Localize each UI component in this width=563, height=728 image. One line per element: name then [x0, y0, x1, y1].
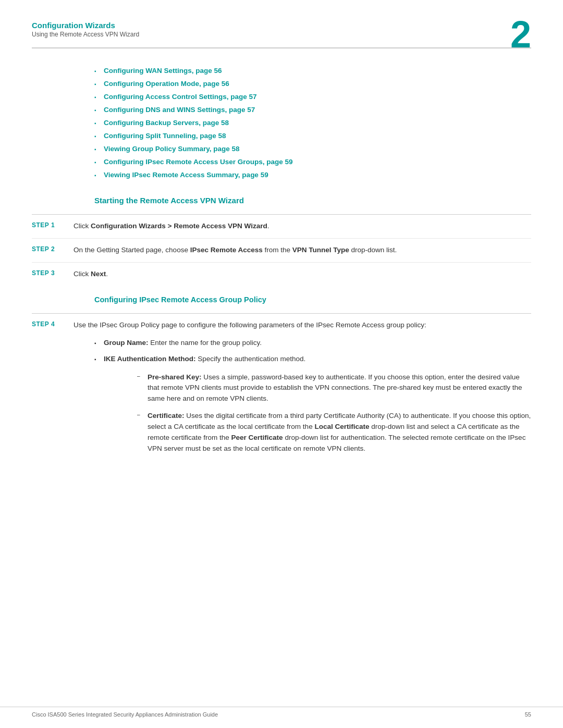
section2-heading: Configuring IPsec Remote Access Group Po… [94, 295, 531, 304]
list-item[interactable]: Viewing IPsec Remote Access Summary, pag… [94, 168, 531, 181]
step-1-row: STEP 1 Click Configuration Wizards > Rem… [32, 215, 531, 239]
list-item-link[interactable]: Configuring Split Tunneling, page 58 [104, 132, 226, 140]
certificate-item: Certificate: Uses the digital certificat… [135, 408, 531, 458]
footer: Cisco ISA500 Series Integrated Security … [0, 707, 563, 718]
step-2-row: STEP 2 On the Getting Started page, choo… [32, 239, 531, 263]
list-item[interactable]: Configuring WAN Settings, page 56 [94, 64, 531, 77]
step-1-label: STEP 1 [32, 221, 74, 229]
step-2-bold2: VPN Tunnel Type [292, 246, 349, 254]
steps-container: STEP 1 Click Configuration Wizards > Rem… [32, 215, 531, 286]
list-item-link[interactable]: Configuring Operation Mode, page 56 [104, 80, 229, 88]
page-container: Configuration Wizards Using the Remote A… [0, 0, 563, 728]
step-4-row: STEP 4 Use the IPsec Group Policy page t… [32, 314, 531, 466]
list-item[interactable]: Configuring IPsec Remote Access User Gro… [94, 155, 531, 168]
step-3-label: STEP 3 [32, 269, 74, 277]
list-item[interactable]: Configuring Split Tunneling, page 58 [94, 129, 531, 142]
header: Configuration Wizards Using the Remote A… [0, 0, 563, 38]
local-cert-label: Local Certificate [314, 423, 369, 430]
pre-shared-key-label: Pre-shared Key: [148, 373, 202, 381]
step-2-label: STEP 2 [32, 245, 74, 253]
section1-heading: Starting the Remote Access VPN Wizard [94, 196, 531, 205]
footer-page: 55 [525, 711, 531, 718]
step-4-sub-list: Group Name: Enter the name for the group… [94, 335, 531, 460]
list-item-link[interactable]: Viewing IPsec Remote Access Summary, pag… [104, 171, 268, 179]
list-item[interactable]: Configuring Access Control Settings, pag… [94, 90, 531, 103]
certificate-label: Certificate: [148, 412, 185, 419]
step-2-content: On the Getting Started page, choose IPse… [74, 245, 531, 256]
step-2-bold1: IPsec Remote Access [190, 246, 263, 254]
step-1-bold: Configuration Wizards > Remote Access VP… [91, 222, 267, 230]
step-4-sub-item-2: IKE Authentication Method: Specify the a… [94, 351, 531, 460]
list-item-link[interactable]: Configuring IPsec Remote Access User Gro… [104, 158, 293, 166]
step-4-intro: Use the IPsec Group Policy page to confi… [74, 321, 426, 329]
chapter-number: 2 [510, 16, 531, 53]
list-item-link[interactable]: Configuring Backup Servers, page 58 [104, 119, 229, 127]
list-item[interactable]: Configuring Operation Mode, page 56 [94, 77, 531, 90]
list-item-link[interactable]: Viewing Group Policy Summary, page 58 [104, 145, 240, 153]
content: Configuring WAN Settings, page 56 Config… [0, 48, 563, 466]
bullet-list: Configuring WAN Settings, page 56 Config… [94, 64, 531, 181]
list-item-link[interactable]: Configuring DNS and WINS Settings, page … [104, 106, 255, 114]
pre-shared-key-item: Pre-shared Key: Uses a simple, password-… [135, 369, 531, 408]
step-4-sub-item-1: Group Name: Enter the name for the group… [94, 335, 531, 351]
footer-text: Cisco ISA500 Series Integrated Security … [32, 711, 218, 718]
ike-auth-label: IKE Authentication Method: [104, 355, 195, 363]
header-title: Configuration Wizards [32, 21, 531, 30]
step-3-bold: Next [91, 270, 106, 278]
list-item-link[interactable]: Configuring Access Control Settings, pag… [104, 93, 257, 101]
step-3-row: STEP 3 Click Next. [32, 263, 531, 286]
list-item[interactable]: Configuring Backup Servers, page 58 [94, 116, 531, 129]
list-item[interactable]: Viewing Group Policy Summary, page 58 [94, 142, 531, 155]
header-subtitle: Using the Remote Access VPN Wizard [32, 31, 531, 38]
step-3-content: Click Next. [74, 269, 531, 280]
step-4-label: STEP 4 [32, 320, 74, 328]
step-4-content: Use the IPsec Group Policy page to confi… [74, 320, 531, 460]
group-name-label: Group Name: [104, 339, 149, 347]
peer-cert-label: Peer Certificate [231, 434, 283, 441]
step-4-sub-sub-list: Pre-shared Key: Uses a simple, password-… [135, 369, 531, 458]
list-item[interactable]: Configuring DNS and WINS Settings, page … [94, 103, 531, 116]
list-item-link[interactable]: Configuring WAN Settings, page 56 [104, 67, 222, 75]
step-1-content: Click Configuration Wizards > Remote Acc… [74, 221, 531, 232]
